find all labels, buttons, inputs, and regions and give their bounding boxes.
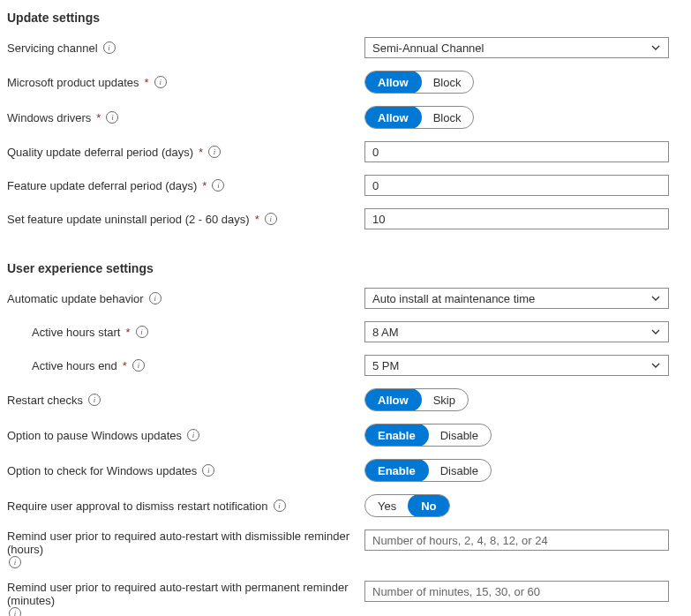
active-end-value: 5 PM xyxy=(372,359,399,372)
windows-drivers-toggle[interactable]: Allow Block xyxy=(364,106,474,129)
active-end-select[interactable]: 5 PM xyxy=(364,355,669,376)
servicing-channel-value: Semi-Annual Channel xyxy=(372,41,484,55)
info-icon[interactable]: i xyxy=(274,500,286,512)
uninstall-period-label: Set feature update uninstall period (2 -… xyxy=(7,213,250,226)
check-updates-label: Option to check for Windows updates xyxy=(7,464,197,477)
auto-update-select[interactable]: Auto install at maintenance time xyxy=(364,288,669,309)
quality-deferral-value: 0 xyxy=(372,146,379,159)
required-mark: * xyxy=(123,359,127,372)
feature-deferral-input[interactable]: 0 xyxy=(364,175,669,196)
active-end-label: Active hours end xyxy=(32,359,117,372)
servicing-channel-select[interactable]: Semi-Annual Channel xyxy=(364,37,669,58)
feature-deferral-label: Feature update deferral period (days) xyxy=(7,179,197,192)
toggle-option-disable[interactable]: Disable xyxy=(428,424,491,446)
toggle-option-block[interactable]: Block xyxy=(421,71,474,93)
required-mark: * xyxy=(125,326,130,339)
info-icon[interactable]: i xyxy=(154,76,167,88)
approve-dismiss-label: Require user approval to dismiss restart… xyxy=(7,500,268,513)
toggle-option-enable[interactable]: Enable xyxy=(364,459,429,482)
active-start-select[interactable]: 8 AM xyxy=(364,321,669,342)
chevron-down-icon xyxy=(650,293,661,304)
toggle-option-disable[interactable]: Disable xyxy=(428,460,491,481)
info-icon[interactable]: i xyxy=(88,394,101,406)
restart-checks-toggle[interactable]: Allow Skip xyxy=(364,388,469,411)
info-icon[interactable]: i xyxy=(202,464,214,477)
remind-dismissible-placeholder: Number of hours, 2, 4, 8, 12, or 24 xyxy=(372,534,548,547)
remind-dismissible-label: Remind user prior to required auto-resta… xyxy=(7,530,352,556)
pause-updates-toggle[interactable]: Enable Disable xyxy=(364,424,492,447)
info-icon[interactable]: i xyxy=(149,292,161,304)
toggle-option-block[interactable]: Block xyxy=(421,107,474,128)
info-icon[interactable]: i xyxy=(132,359,145,372)
feature-deferral-value: 0 xyxy=(372,179,379,192)
check-updates-toggle[interactable]: Enable Disable xyxy=(364,459,492,482)
windows-drivers-label: Windows drivers xyxy=(7,111,91,124)
active-start-value: 8 AM xyxy=(372,326,399,339)
chevron-down-icon xyxy=(650,42,661,53)
uninstall-period-input[interactable]: 10 xyxy=(364,208,669,229)
required-mark: * xyxy=(145,76,149,89)
product-updates-label: Microsoft product updates xyxy=(7,76,139,89)
info-icon[interactable]: i xyxy=(103,41,116,54)
toggle-option-allow[interactable]: Allow xyxy=(364,388,422,411)
auto-update-value: Auto install at maintenance time xyxy=(372,292,535,305)
auto-update-label: Automatic update behavior xyxy=(7,292,144,305)
required-mark: * xyxy=(199,146,203,159)
uninstall-period-value: 10 xyxy=(372,213,385,226)
remind-dismissible-input[interactable]: Number of hours, 2, 4, 8, 12, or 24 xyxy=(364,530,669,551)
info-icon[interactable]: i xyxy=(106,111,118,124)
info-icon[interactable]: i xyxy=(136,326,148,338)
info-icon[interactable]: i xyxy=(9,607,21,616)
section-update-settings: Update settings xyxy=(7,11,684,25)
quality-deferral-input[interactable]: 0 xyxy=(364,141,669,162)
product-updates-toggle[interactable]: Allow Block xyxy=(364,71,474,94)
info-icon[interactable]: i xyxy=(208,146,221,158)
approve-dismiss-toggle[interactable]: Yes No xyxy=(364,494,450,517)
quality-deferral-label: Quality update deferral period (days) xyxy=(7,146,193,159)
toggle-option-no[interactable]: No xyxy=(408,494,449,517)
toggle-option-allow[interactable]: Allow xyxy=(364,106,422,129)
remind-permanent-placeholder: Number of minutes, 15, 30, or 60 xyxy=(372,585,540,598)
section-user-experience: User experience settings xyxy=(7,261,684,275)
active-start-label: Active hours start xyxy=(32,326,120,339)
required-mark: * xyxy=(255,213,259,226)
remind-permanent-input[interactable]: Number of minutes, 15, 30, or 60 xyxy=(364,581,669,602)
info-icon[interactable]: i xyxy=(265,213,277,225)
toggle-option-enable[interactable]: Enable xyxy=(364,424,429,447)
remind-permanent-label: Remind user prior to required auto-resta… xyxy=(7,581,352,607)
toggle-option-allow[interactable]: Allow xyxy=(364,71,422,94)
info-icon[interactable]: i xyxy=(187,429,199,441)
info-icon[interactable]: i xyxy=(9,556,21,568)
servicing-channel-label: Servicing channel xyxy=(7,41,98,55)
pause-updates-label: Option to pause Windows updates xyxy=(7,429,182,442)
required-mark: * xyxy=(96,111,101,124)
chevron-down-icon xyxy=(650,327,661,337)
required-mark: * xyxy=(202,179,207,192)
chevron-down-icon xyxy=(650,360,661,371)
toggle-option-yes[interactable]: Yes xyxy=(365,495,409,516)
toggle-option-skip[interactable]: Skip xyxy=(421,389,468,410)
restart-checks-label: Restart checks xyxy=(7,394,83,407)
info-icon[interactable]: i xyxy=(212,179,224,192)
